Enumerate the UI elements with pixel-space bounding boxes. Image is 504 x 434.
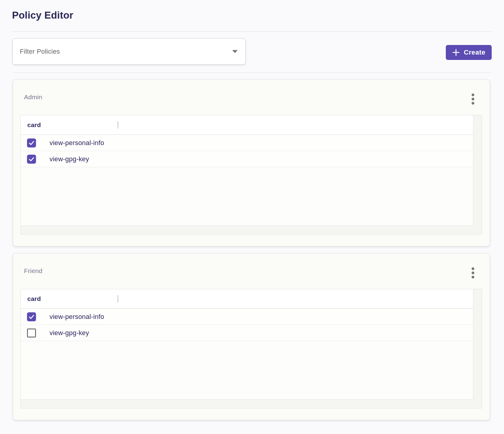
permission-checkbox[interactable] [27,138,36,147]
header-divider [12,31,491,32]
permissions-table: card view-personal-info [20,115,482,235]
table-row: view-personal-info [21,309,473,325]
table-header-row: card [21,115,473,135]
filter-row-divider [12,73,491,73]
page-title: Policy Editor [12,10,73,21]
table-row: view-gpg-key [21,151,473,167]
column-header-card: card [27,121,41,129]
create-button[interactable]: Create [446,45,492,60]
chevron-down-icon [232,50,238,53]
permission-label: view-personal-info [50,139,104,147]
column-resize-handle [117,295,118,302]
vertical-scrollbar-track [474,115,482,234]
checkmark-icon [28,140,35,146]
kebab-menu-icon[interactable] [469,267,476,279]
policy-card-admin: Admin card view-perso [13,79,490,246]
policy-card-title: Friend [24,267,42,275]
kebab-menu-icon[interactable] [469,93,476,105]
checkmark-icon [28,314,35,320]
policy-card-title: Admin [24,94,42,101]
plus-icon [452,49,460,56]
permission-label: view-gpg-key [50,155,89,163]
table-header-row: card [21,289,473,309]
permission-checkbox[interactable] [27,155,36,164]
filter-policies-select[interactable]: Filter Policies [12,38,246,65]
permission-label: view-gpg-key [50,329,89,337]
column-resize-handle [117,121,118,129]
filter-policies-label: Filter Policies [20,48,60,55]
vertical-scrollbar-track [474,289,482,408]
permissions-grid: card view-personal-info [21,115,473,226]
column-header-card: card [27,295,41,302]
table-row: view-gpg-key [21,325,473,341]
policy-editor-page: Policy Editor Filter Policies Create Adm… [0,0,504,434]
horizontal-scrollbar-track [21,400,482,408]
checkmark-icon [28,156,35,162]
policy-card-friend: Friend card view-pers [13,253,490,420]
create-button-label: Create [464,49,485,56]
table-row: view-personal-info [21,135,473,151]
permission-checkbox[interactable] [27,328,36,337]
permissions-grid: card view-personal-info [21,289,473,400]
permissions-table: card view-personal-info [20,289,482,409]
permission-label: view-personal-info [50,313,104,321]
permission-checkbox[interactable] [27,312,36,321]
horizontal-scrollbar-track [21,226,482,234]
